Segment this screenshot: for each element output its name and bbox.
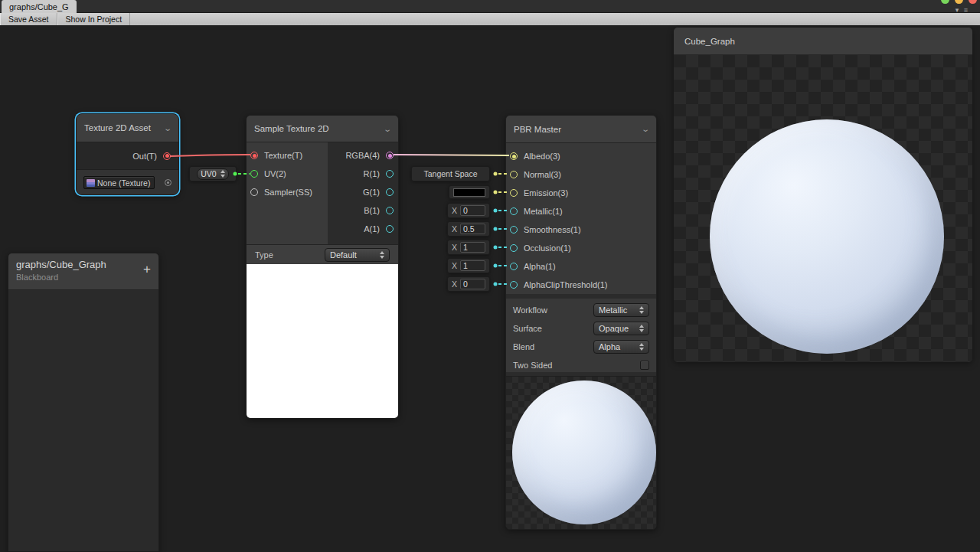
port-b-1[interactable] [386,207,394,214]
occlusion-value-field[interactable]: 1 [460,242,485,253]
type-dropdown[interactable]: Default [325,248,390,262]
alphaclip-value-field[interactable]: 0 [460,279,485,289]
texture-object-row: None (Texture) [77,170,178,195]
node-sample-titlebar[interactable]: Sample Texture 2D ⌄ [247,116,398,142]
tab-bar: graphs/Cube_G ▾ ≡ [0,0,980,13]
alpha-value-field[interactable]: 1 [460,260,485,271]
show-in-project-button[interactable]: Show In Project [57,13,131,25]
master-preview-header[interactable]: Cube_Graph [674,28,972,55]
collapse-chevron-icon[interactable]: ⌄ [383,125,392,133]
node-title-label: PBR Master [514,125,561,134]
port-uv-2[interactable] [250,170,258,178]
port-occlusion[interactable] [510,244,518,252]
port-row: Smoothness(1) [506,220,656,239]
blackboard-subtitle: Blackboard [16,273,151,282]
collapse-chevron-icon[interactable]: ⌄ [641,125,650,133]
port-a-1[interactable] [386,225,394,233]
port-row: Normal(3) [506,165,656,184]
workflow-dropdown[interactable]: Metallic [593,303,649,317]
axis-label: X [452,206,457,215]
type-row: Type Default [247,244,398,264]
port-label: Sampler(SS) [264,188,312,197]
port-label: Normal(3) [524,170,561,179]
port-label: Smoothness(1) [524,225,581,234]
tab-graphs-cube-g[interactable]: graphs/Cube_G [2,0,77,13]
metallic-value-field[interactable]: 0 [460,205,485,216]
port-rgba-4[interactable] [386,152,394,159]
out-port-row: Out(T) [77,142,178,170]
alpha-default-widget: X 1 [447,258,490,273]
port-row: Alpha(1) [506,257,656,276]
window-button-red[interactable] [969,0,977,4]
surface-dropdown[interactable]: Opaque [593,322,649,335]
port-label: Occlusion(1) [524,243,571,253]
dropdown-arrows-icon [635,325,644,332]
port-label: UV(2) [264,169,286,178]
object-picker-icon[interactable] [165,179,172,186]
port-r-1[interactable] [386,170,394,178]
preview-sphere [512,381,656,524]
color-swatch[interactable] [453,188,485,197]
tab-label: graphs/Cube_G [9,2,69,11]
master-preview-viewport[interactable] [674,55,972,362]
add-property-button[interactable]: + [143,263,151,276]
node-title-label: Sample Texture 2D [254,124,329,133]
port-row: Sampler(SS) [247,183,328,201]
pbr-master-preview[interactable] [506,376,657,530]
port-alphaclipthreshold[interactable] [510,281,518,289]
blend-dropdown[interactable]: Alpha [593,340,649,354]
port-albedo[interactable] [510,152,518,160]
port-sampler-ss[interactable] [250,188,258,196]
pbr-inputs: Albedo(3) Normal(3) Emission(3) Metallic… [506,143,656,294]
node-texture-2d-asset[interactable]: Texture 2D Asset ⌄ Out(T) None (Texture) [76,113,179,195]
port-normal[interactable] [510,171,518,178]
save-asset-button[interactable]: Save Asset [0,13,57,25]
texture-object-value: None (Texture) [97,178,150,188]
port-label: Texture(T) [264,151,302,160]
workflow-row: Workflow Metallic [506,301,656,319]
collapse-chevron-icon[interactable]: ⌄ [163,124,172,132]
blackboard-header[interactable]: graphs/Cube_Graph Blackboard + [8,253,158,290]
pbr-settings: Workflow Metallic Surface Opaque Blend A… [506,294,656,372]
two-sided-label: Two Sided [513,361,552,370]
blend-row: Blend Alpha [506,338,656,356]
port-row: A(1) [326,220,398,238]
port-smoothness[interactable] [510,226,518,234]
workflow-label: Workflow [513,305,547,315]
smoothness-value-field[interactable]: 0.5 [460,224,485,234]
port-out-t[interactable] [163,152,171,160]
sample-outputs: RGBA(4) R(1) G(1) B(1) A(1) [326,146,398,238]
port-row: Albedo(3) [506,147,656,165]
node-texture-2d-asset-titlebar[interactable]: Texture 2D Asset ⌄ [77,114,178,142]
surface-row: Surface Opaque [506,319,656,338]
two-sided-checkbox[interactable] [640,361,649,370]
master-preview-panel: Cube_Graph [674,28,972,362]
node-pbr-master[interactable]: PBR Master ⌄ Albedo(3) Normal(3) Emissio… [505,115,657,530]
port-label: RGBA(4) [345,151,380,160]
emission-color-widget [449,185,490,199]
dropdown-arrows-icon [635,343,644,351]
port-alpha[interactable] [510,263,518,270]
port-metallic[interactable] [510,207,518,215]
dropdown-arrows-icon [635,306,644,314]
uv-channel-widget: UV0 [189,166,237,181]
node-pbr-titlebar[interactable]: PBR Master ⌄ [506,116,656,143]
node-sample-texture-2d[interactable]: Sample Texture 2D ⌄ Texture(T) UV(2) Sam… [246,115,399,419]
port-row: B(1) [326,201,398,220]
two-sided-row: Two Sided [506,356,656,374]
alphaclip-default-widget: X 0 [447,276,490,292]
dropdown-arrows-icon [376,251,384,259]
sample-texture-preview [247,264,399,419]
out-port-label: Out(T) [132,152,157,161]
port-texture-t[interactable] [250,152,258,159]
workflow-value: Metallic [599,305,627,315]
port-row: R(1) [326,165,398,183]
window-button-green[interactable] [941,0,949,4]
texture-object-field[interactable]: None (Texture) [83,176,155,189]
window-button-yellow[interactable] [955,0,963,4]
blend-value: Alpha [599,342,620,351]
port-emission[interactable] [510,189,518,197]
port-g-1[interactable] [386,188,394,196]
normal-space-widget[interactable]: Tangent Space [411,166,490,181]
uv-channel-dropdown[interactable]: UV0 [197,168,228,180]
